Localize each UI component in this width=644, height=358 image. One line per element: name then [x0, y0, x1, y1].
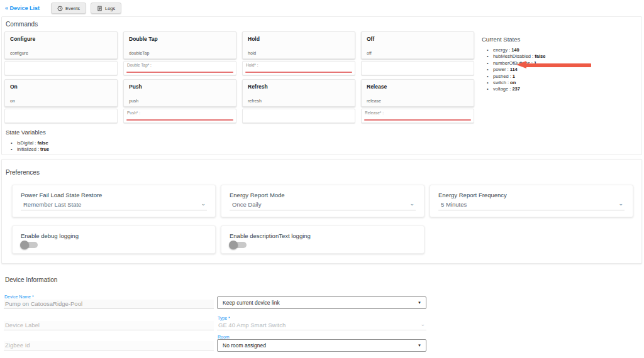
logs-button-label: Logs	[105, 6, 115, 11]
state-name: voltage :	[493, 86, 512, 92]
preference-value: 5 Minutes	[441, 201, 467, 208]
command-param-box	[242, 109, 355, 123]
device-name-input[interactable]	[4, 300, 214, 309]
command-param-input[interactable]: Hold* :	[242, 61, 355, 75]
state-value: false	[535, 53, 545, 59]
document-icon	[97, 6, 103, 11]
command-doubleTap-button[interactable]: Double TapdoubleTap	[123, 31, 236, 59]
command-release-button[interactable]: Releaserelease	[361, 79, 474, 107]
command-configure-button[interactable]: Configureconfigure	[4, 31, 118, 59]
state-name: hubMeshDisabled :	[493, 53, 535, 59]
preference-label: Enable descriptionText logging	[230, 232, 311, 239]
current-state-item: pushed : 1	[482, 73, 639, 80]
command-param-label: Push* :	[127, 111, 140, 115]
command-param-input[interactable]: Double Tap* :	[123, 61, 236, 75]
zigbee-id-input[interactable]	[4, 341, 214, 350]
state-value: true	[40, 146, 49, 152]
state-value: 1	[534, 60, 536, 66]
current-state-item: voltage : 237	[482, 86, 639, 92]
device-information-heading: Device Information	[5, 276, 57, 283]
preference-toggle-card-1: Enable debug logging	[12, 225, 216, 254]
current-state-item: switch : on	[482, 80, 639, 86]
command-method: doubleTap	[129, 51, 149, 55]
command-param-input[interactable]: Release* :	[361, 109, 474, 123]
room-select[interactable]: No room assigned ▼	[217, 339, 426, 352]
preference-select[interactable]: Remember Last State⌄	[21, 200, 207, 210]
command-param-label: Release* :	[365, 111, 384, 115]
room-label: Room	[218, 335, 230, 339]
commands-panel: Commands ConfigureconfigureDouble Tapdou…	[1, 16, 642, 155]
command-param-box	[361, 61, 474, 75]
command-method: on	[10, 99, 15, 103]
state-value: 237	[512, 86, 520, 92]
state-variable-item: isDigital : false	[6, 140, 49, 146]
command-title: Configure	[10, 36, 35, 42]
command-title: Off	[367, 36, 374, 42]
logs-button[interactable]: Logs	[91, 3, 121, 14]
current-states-heading: Current States	[482, 36, 639, 43]
current-states: Current States energy : 140hubMeshDisabl…	[482, 36, 639, 93]
chevron-down-icon: ▼	[418, 344, 421, 347]
command-cell: Refreshrefresh	[242, 79, 355, 123]
preference-label: Enable debug logging	[21, 232, 79, 239]
command-param-box	[4, 109, 118, 123]
state-variable-item: initialized : true	[6, 146, 49, 153]
current-states-list: energy : 140hubMeshDisabled : falsenumbe…	[482, 47, 639, 93]
type-select: GE 40 Amp Smart Switch ⌄	[217, 321, 426, 330]
command-hold-button[interactable]: Holdhold	[242, 31, 355, 59]
clock-icon	[57, 6, 63, 11]
preference-value: Once Daily	[232, 201, 261, 208]
command-method: refresh	[248, 99, 262, 103]
command-title: Refresh	[248, 84, 268, 90]
commands-heading: Commands	[6, 21, 38, 28]
device-link-select[interactable]: Keep current device link ▼	[217, 296, 426, 309]
command-cell: ReleasereleaseRelease* :	[361, 79, 474, 123]
device-label-input[interactable]	[4, 321, 214, 330]
device-link-value: Keep current device link	[223, 300, 280, 306]
command-method: configure	[10, 51, 28, 55]
state-variables-heading: State Variables	[6, 129, 49, 136]
toggle-knob	[20, 241, 29, 249]
chevron-down-icon: ▼	[418, 301, 421, 305]
command-on-button[interactable]: Onon	[4, 79, 118, 107]
command-push-button[interactable]: Pushpush	[123, 79, 236, 107]
state-value: 114	[510, 67, 518, 72]
chevron-down-icon: ⌄	[618, 200, 623, 207]
events-button[interactable]: Events	[51, 3, 86, 14]
command-param-label: Double Tap* :	[127, 63, 152, 67]
command-cell: HoldholdHold* :	[242, 31, 355, 75]
events-button-label: Events	[65, 6, 80, 11]
command-method: off	[367, 51, 372, 55]
command-title: Push	[129, 84, 142, 90]
state-variables-list: isDigital : falseinitialized : true	[6, 140, 49, 153]
preference-select[interactable]: 5 Minutes⌄	[438, 200, 625, 210]
preference-select[interactable]: Once Daily⌄	[230, 200, 416, 210]
command-refresh-button[interactable]: Refreshrefresh	[242, 79, 355, 107]
command-method: release	[367, 99, 381, 103]
command-param-label: Hold* :	[246, 63, 258, 67]
state-value: 140	[511, 47, 519, 53]
device-list-back-link[interactable]: « Device List	[5, 5, 40, 11]
commands-grid: ConfigureconfigureDouble TapdoubleTapDou…	[4, 31, 479, 123]
type-value: GE 40 Amp Smart Switch	[218, 322, 286, 328]
current-state-item: numberOfButtons : 1	[482, 60, 639, 67]
preference-label: Energy Report Frequency	[438, 192, 507, 198]
command-cell: Double TapdoubleTapDouble Tap* :	[123, 31, 236, 75]
chevron-down-icon: ⌄	[409, 200, 414, 207]
preferences-heading: Preferences	[6, 169, 40, 176]
command-title: Hold	[248, 36, 260, 42]
command-title: On	[10, 84, 18, 90]
toggle-knob	[229, 241, 238, 249]
state-variables: State Variables isDigital : falseinitial…	[6, 129, 49, 153]
toggle-switch-off[interactable]	[230, 242, 247, 248]
preference-label: Power Fail Load State Restore	[21, 192, 102, 198]
command-param-input[interactable]: Push* :	[123, 109, 236, 123]
device-name-label: Device Name *	[4, 295, 34, 299]
state-name: energy :	[493, 47, 511, 53]
toggle-switch-off[interactable]	[21, 242, 38, 248]
command-cell: Offoff	[361, 31, 474, 75]
command-method: hold	[248, 51, 256, 55]
command-off-button[interactable]: Offoff	[361, 31, 474, 59]
chevron-down-icon: ⌄	[201, 200, 206, 207]
command-cell: Onon	[4, 79, 118, 123]
